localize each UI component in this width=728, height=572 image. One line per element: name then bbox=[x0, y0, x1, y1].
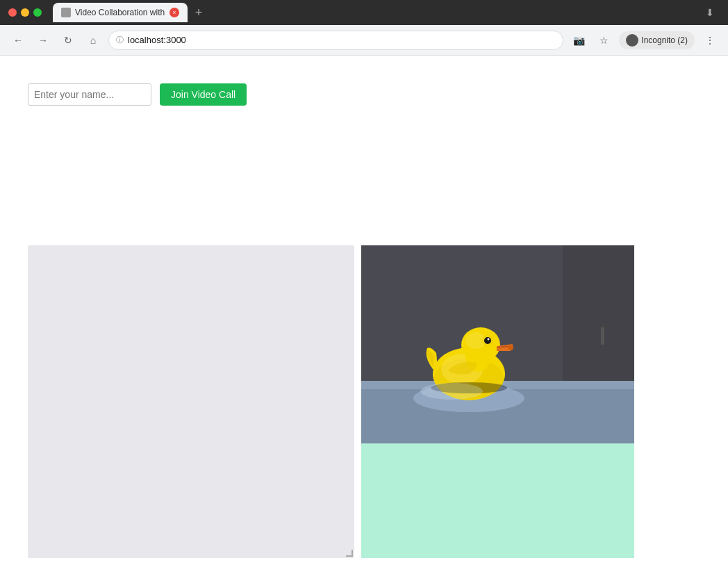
home-button[interactable]: ⌂ bbox=[83, 31, 103, 50]
remote-video-camera bbox=[361, 245, 634, 443]
minimize-window-button[interactable] bbox=[21, 8, 29, 17]
incognito-label: Incognito (2) bbox=[641, 35, 688, 45]
menu-icon[interactable]: ⋮ bbox=[700, 31, 720, 50]
svg-rect-4 bbox=[599, 324, 606, 327]
address-bar[interactable]: ⓘ localhost:3000 bbox=[108, 31, 563, 50]
local-video-panel bbox=[28, 245, 354, 558]
navigation-bar: ← → ↻ ⌂ ⓘ localhost:3000 📷 ☆ Incognito (… bbox=[0, 25, 728, 56]
tab-close-button[interactable]: × bbox=[169, 8, 179, 17]
browser-chrome-bar: Video Collaboration with N × + ⬇ bbox=[0, 0, 728, 25]
active-tab[interactable]: Video Collaboration with N × bbox=[53, 3, 188, 22]
bookmark-icon[interactable]: ☆ bbox=[594, 31, 613, 50]
join-video-call-button[interactable]: Join Video Call bbox=[160, 83, 247, 106]
svg-point-19 bbox=[420, 383, 483, 400]
svg-rect-3 bbox=[601, 325, 604, 345]
close-window-button[interactable] bbox=[8, 8, 17, 17]
maximize-window-button[interactable] bbox=[33, 8, 42, 17]
refresh-button[interactable]: ↻ bbox=[58, 31, 78, 50]
nav-right-controls: 📷 ☆ Incognito (2) ⋮ bbox=[569, 31, 720, 50]
address-text: localhost:3000 bbox=[128, 35, 186, 45]
back-button[interactable]: ← bbox=[8, 31, 28, 50]
video-area bbox=[28, 245, 700, 558]
traffic-lights bbox=[8, 8, 42, 17]
tab-title: Video Collaboration with N bbox=[75, 8, 165, 17]
download-icon[interactable]: ⬇ bbox=[700, 3, 720, 22]
remote-video-green-panel bbox=[361, 443, 634, 558]
page-content: Join Video Call bbox=[0, 56, 728, 572]
info-icon: ⓘ bbox=[116, 35, 124, 45]
forward-button[interactable]: → bbox=[33, 31, 53, 50]
name-input[interactable] bbox=[28, 83, 151, 106]
svg-point-15 bbox=[488, 338, 490, 341]
incognito-badge[interactable]: Incognito (2) bbox=[619, 31, 695, 49]
svg-point-14 bbox=[484, 337, 491, 344]
join-section: Join Video Call bbox=[28, 83, 700, 106]
incognito-avatar bbox=[626, 34, 638, 47]
duck-scene-svg bbox=[361, 245, 634, 443]
resize-handle[interactable] bbox=[346, 550, 353, 557]
remote-video-panels bbox=[361, 245, 700, 558]
tab-favicon bbox=[61, 8, 71, 17]
browser-window: Video Collaboration with N × + ⬇ ← → ↻ ⌂… bbox=[0, 0, 728, 572]
svg-point-17 bbox=[508, 345, 513, 350]
new-tab-button[interactable]: + bbox=[190, 4, 207, 21]
tab-bar: Video Collaboration with N × + bbox=[53, 3, 695, 22]
camera-icon[interactable]: 📷 bbox=[569, 31, 588, 50]
